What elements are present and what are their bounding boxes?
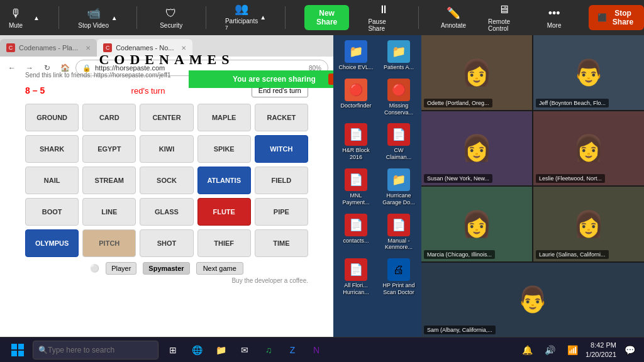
card-line[interactable]: LINE — [82, 198, 136, 226]
icon-image: 📄 — [345, 123, 367, 146]
desktop-icon[interactable]: 📄 Manual - Kenmore... — [379, 211, 419, 254]
more-button[interactable]: ••• More — [538, 7, 570, 29]
start-button[interactable] — [5, 339, 30, 361]
card-center[interactable]: CENTER — [140, 104, 193, 131]
network-icon[interactable]: 📶 — [563, 341, 582, 359]
icon-image: 📄 — [345, 214, 367, 236]
mail-icon[interactable]: ✉ — [235, 341, 254, 359]
explorer-icon[interactable]: 📁 — [211, 341, 230, 359]
task-view-button[interactable]: ⊞ — [164, 341, 182, 359]
card-stream[interactable]: STREAM — [82, 167, 136, 194]
stop-video-button[interactable]: 📹 Stop Video — [78, 6, 109, 29]
desktop-icon[interactable]: 📁 Hurricane Garage Do... — [379, 166, 419, 209]
security-button[interactable]: 🛡 Security — [155, 7, 187, 29]
icon-image: 🔴 — [345, 79, 367, 101]
participant-name: Odette (Portland, Oreg... — [424, 99, 492, 107]
participant-video: 👨 Sam (Albany, California,... — [421, 263, 644, 337]
card-olympus[interactable]: OLYMPUS — [25, 229, 79, 257]
participant-name: Sam (Albany, California,... — [424, 326, 496, 334]
desktop-icon[interactable]: 📄 CW Claiman... — [379, 121, 419, 163]
new-share-button[interactable]: New Share — [304, 5, 350, 30]
card-atlantis[interactable]: ATLANTIS — [197, 167, 251, 194]
next-game-button[interactable]: Next game — [196, 262, 243, 275]
icon-image: 📄 — [345, 258, 367, 281]
volume-icon[interactable]: 🔊 — [540, 341, 559, 359]
divider — [206, 6, 206, 29]
card-time[interactable]: TIME — [255, 229, 308, 257]
participant-name: Laurie (Salinas, Californi... — [536, 250, 609, 259]
mute-button[interactable]: 🎙 Mute — [0, 7, 31, 29]
card-racket[interactable]: RACKET — [255, 104, 308, 131]
icon-label: Choice EVL... — [338, 64, 373, 71]
desktop-icon[interactable]: 📄 contacts... — [336, 211, 376, 254]
desktop-icon[interactable]: 🔴 Doctorfinder — [336, 76, 376, 119]
divider — [418, 6, 419, 29]
participants-button[interactable]: 👥 Participants 7 — [225, 2, 258, 33]
card-sock[interactable]: SOCK — [140, 167, 193, 194]
edge-icon[interactable]: 🌐 — [187, 341, 206, 359]
desktop-icon[interactable]: 📁 Choice EVL... — [336, 38, 376, 74]
icon-label: CW Claiman... — [381, 147, 416, 161]
desktop-icon[interactable]: 📄 All Flori... Hurrican... — [336, 256, 376, 299]
icon-image: 📁 — [387, 40, 410, 63]
zoom-taskbar-icon[interactable]: Z — [283, 341, 302, 359]
icon-label: MNL Payment... — [338, 192, 374, 206]
desktop-icon[interactable]: 📁 Patients A... — [379, 38, 419, 74]
security-icon: 🛡 — [165, 7, 177, 20]
card-glass[interactable]: GLASS — [140, 198, 193, 226]
card-boot[interactable]: BOOT — [25, 198, 79, 226]
icon-label: All Flori... Hurrican... — [338, 282, 374, 296]
card-thief[interactable]: THIEF — [197, 229, 251, 257]
taskbar-right: 🔔 🔊 📶 8:42 PM 1/20/2021 💬 — [518, 341, 639, 359]
video-dropdown[interactable]: ▲ — [111, 14, 118, 21]
card-spike[interactable]: SPIKE — [197, 135, 251, 163]
mute-dropdown[interactable]: ▲ — [33, 14, 40, 21]
remote-icon: 🖥 — [498, 3, 509, 16]
buy-coffee-link[interactable]: Buy the developer a coffee. — [25, 277, 308, 284]
icon-image: 📄 — [387, 123, 410, 146]
card-kiwi[interactable]: KIWI — [140, 135, 193, 163]
desktop-icon[interactable]: 🔴 Missing Conserva... — [379, 76, 419, 119]
taskbar-search[interactable]: 🔍 — [33, 341, 158, 359]
remote-control-button[interactable]: 🖥 Remote Control — [488, 3, 519, 32]
search-icon: 🔍 — [38, 346, 48, 354]
icon-image: 📄 — [345, 168, 367, 191]
divider — [136, 6, 137, 29]
player-button[interactable]: Player — [106, 262, 136, 275]
game-grid: GROUNDCARDCENTERMAPLERACKETSHARKEGYPTKIW… — [25, 104, 308, 257]
stop-share-button[interactable]: ⬛ Stop Share — [589, 5, 644, 30]
icon-image: 📄 — [387, 214, 410, 236]
stop-share-inline-button[interactable]: Stop Share — [328, 74, 333, 85]
icon-label: Patients A... — [384, 64, 414, 71]
spymaster-button[interactable]: Spymaster — [143, 262, 189, 275]
icon-label: H&R Block 2016 — [338, 147, 374, 161]
card-flute[interactable]: FLUTE — [197, 198, 251, 226]
annotate-button[interactable]: ✏️ Annotate — [438, 6, 469, 29]
pause-share-button[interactable]: ⏸ Pause Share — [368, 3, 399, 32]
desktop-icon[interactable]: 🖨 HP Print and Scan Doctor — [379, 256, 419, 299]
card-field[interactable]: FIELD — [255, 167, 308, 194]
desktop-icon[interactable]: 📄 H&R Block 2016 — [336, 121, 376, 163]
search-input[interactable] — [48, 346, 153, 354]
card-ground[interactable]: GROUND — [25, 104, 79, 131]
card-shark[interactable]: SHARK — [25, 135, 79, 163]
card-nail[interactable]: NAIL — [25, 167, 79, 194]
taskbar: 🔍 ⊞ 🌐 📁 ✉ ♫ Z N 🔔 🔊 📶 8:42 PM 1/20/2021 … — [0, 337, 644, 362]
card-pitch[interactable]: PITCH — [82, 229, 136, 257]
participants-dropdown[interactable]: ▲ — [260, 14, 266, 21]
desktop-icon[interactable]: 📄 MNL Payment... — [336, 166, 376, 209]
card-shot[interactable]: SHOT — [140, 229, 193, 257]
card-egypt[interactable]: EGYPT — [82, 135, 136, 163]
notification-center-button[interactable]: 💬 — [620, 341, 639, 359]
game-footer: ⚪ Player Spymaster Next game — [25, 262, 308, 275]
sharing-message: You are screen sharing — [233, 75, 316, 84]
notification-icon[interactable]: 🔔 — [518, 341, 536, 359]
spotify-icon[interactable]: ♫ — [259, 341, 278, 359]
card-witch[interactable]: WITCH — [255, 135, 308, 163]
onenote-icon[interactable]: N — [307, 341, 326, 359]
card-pipe[interactable]: PIPE — [255, 198, 308, 226]
card-card[interactable]: CARD — [82, 104, 136, 131]
taskbar-icons: ⊞ 🌐 📁 ✉ ♫ Z N — [164, 341, 326, 359]
radio-player: ⚪ — [90, 264, 99, 273]
card-maple[interactable]: MAPLE — [197, 104, 251, 131]
